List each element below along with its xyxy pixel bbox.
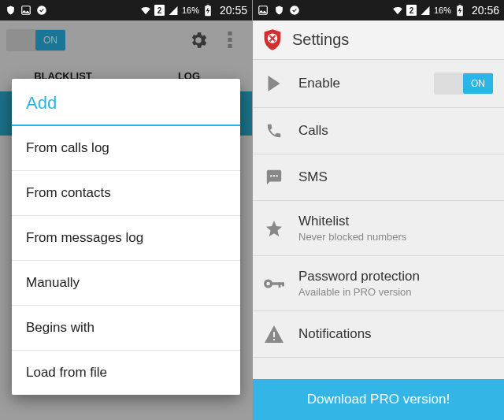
svg-rect-17: [272, 282, 284, 284]
row-enable[interactable]: Enable ON: [253, 60, 504, 108]
sim-icon: 2: [406, 5, 417, 16]
signal-icon: [168, 5, 179, 16]
warning-icon: [264, 324, 284, 344]
image-status-icon: [258, 5, 269, 16]
settings-header: Settings: [253, 20, 504, 60]
phone-left: 2 16% 20:55 ON BLACKLIST LOG: [0, 0, 252, 420]
svg-rect-21: [273, 339, 275, 340]
battery-pct: 16%: [182, 6, 199, 15]
phone-right: 2 16% 20:56 Settings Enable: [252, 0, 504, 420]
svg-rect-20: [273, 332, 275, 337]
enable-toggle[interactable]: ON: [434, 72, 493, 95]
dialog-item-calls-log[interactable]: From calls log: [12, 126, 240, 171]
wifi-icon: [392, 5, 403, 16]
sim-icon: 2: [154, 5, 165, 16]
statusbar: 2 16% 20:56: [253, 0, 504, 20]
dialog-item-begins-with[interactable]: Begins with: [12, 306, 240, 351]
play-icon: [264, 73, 284, 94]
row-label: Whitelist: [298, 214, 493, 229]
svg-point-16: [266, 281, 269, 284]
check-status-icon: [289, 5, 300, 16]
row-label: Notifications: [298, 326, 493, 342]
row-label: SMS: [298, 169, 493, 185]
svg-rect-10: [458, 5, 461, 6]
shield-status-icon: [5, 5, 16, 16]
row-password[interactable]: Password protection Available in PRO ver…: [253, 256, 504, 311]
phone-icon: [264, 121, 284, 141]
pro-banner[interactable]: Download PRO version!: [253, 379, 504, 420]
row-label: Password protection: [298, 269, 493, 284]
svg-rect-3: [206, 5, 209, 6]
svg-rect-18: [279, 282, 281, 288]
clock: 20:56: [469, 4, 499, 17]
svg-point-1: [37, 6, 46, 15]
add-dialog: Add From calls log From contacts From me…: [12, 79, 240, 395]
row-label: Calls: [298, 123, 493, 139]
settings-title: Settings: [292, 31, 349, 49]
row-notifications[interactable]: Notifications: [253, 311, 504, 358]
dialog-item-contacts[interactable]: From contacts: [12, 171, 240, 216]
check-status-icon: [36, 5, 47, 16]
svg-point-13: [273, 175, 275, 177]
sms-icon: [264, 167, 284, 188]
row-sublabel: Never blocked numbers: [298, 231, 493, 243]
key-icon: [264, 273, 284, 294]
star-icon: [264, 218, 284, 239]
dialog-item-load-file[interactable]: Load from file: [12, 351, 240, 395]
row-whitelist[interactable]: Whitelist Never blocked numbers: [253, 201, 504, 256]
row-calls[interactable]: Calls: [253, 108, 504, 154]
clock: 20:55: [217, 4, 247, 17]
dialog-item-messages-log[interactable]: From messages log: [12, 216, 240, 261]
statusbar: 2 16% 20:55: [0, 0, 252, 20]
battery-charging-icon: [202, 5, 213, 16]
signal-icon: [420, 5, 431, 16]
svg-point-14: [276, 175, 277, 177]
battery-charging-icon: [454, 5, 465, 16]
row-sublabel: Available in PRO version: [298, 286, 493, 298]
dialog-item-manually[interactable]: Manually: [12, 261, 240, 306]
dialog-title: Add: [12, 79, 240, 126]
shield-status-icon: [273, 5, 284, 16]
image-status-icon: [20, 5, 32, 16]
svg-rect-19: [282, 282, 284, 286]
svg-point-8: [290, 6, 299, 15]
row-label: Enable: [298, 76, 420, 91]
row-sms[interactable]: SMS: [253, 154, 504, 201]
svg-point-12: [270, 175, 272, 177]
battery-pct: 16%: [434, 6, 451, 15]
wifi-icon: [140, 5, 151, 16]
app-shield-icon: [261, 28, 284, 52]
